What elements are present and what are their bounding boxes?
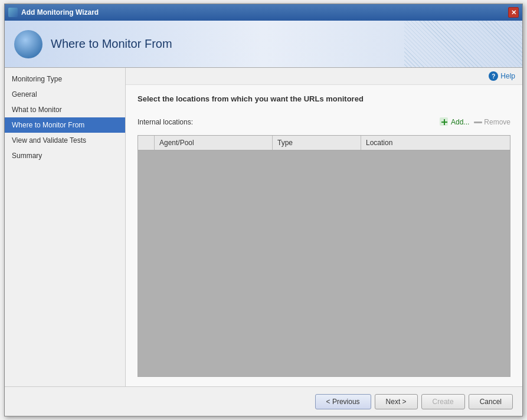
sidebar-item-where-to-monitor[interactable]: Where to Monitor From [5, 117, 125, 133]
table-header-type: Type [273, 136, 361, 150]
table-header: Agent/Pool Type Location [138, 136, 510, 150]
sidebar: Monitoring Type General What to Monitor … [5, 68, 126, 386]
add-button[interactable]: Add... [440, 117, 469, 127]
remove-button[interactable]: Remove [474, 118, 510, 126]
help-label: Help [500, 72, 515, 80]
sidebar-item-monitoring-type[interactable]: Monitoring Type [5, 71, 125, 87]
svg-rect-2 [440, 117, 448, 126]
header-panel: Where to Monitor From [5, 21, 522, 68]
cancel-button[interactable]: Cancel [469, 394, 513, 409]
next-button[interactable]: Next > [375, 394, 418, 409]
header-logo-icon [14, 30, 42, 58]
footer: < Previous Next > Create Cancel [5, 386, 522, 416]
sidebar-item-view-validate[interactable]: View and Validate Tests [5, 133, 125, 148]
add-icon [440, 117, 449, 127]
table-body [138, 150, 510, 376]
content-area: ? Help Select the locations from which y… [126, 68, 522, 386]
window-title: Add Monitoring Wizard [21, 8, 99, 17]
title-bar: Add Monitoring Wizard ✕ [5, 4, 522, 21]
help-icon: ? [489, 71, 498, 81]
internal-locations-header: Internal locations: Add... [138, 117, 510, 127]
remove-label: Remove [484, 118, 510, 126]
remove-icon [474, 122, 482, 123]
previous-button[interactable]: < Previous [315, 394, 371, 409]
top-bar: ? Help [126, 68, 522, 85]
window-icon [8, 8, 18, 17]
internal-locations-label: Internal locations: [138, 118, 193, 126]
create-button[interactable]: Create [421, 394, 465, 409]
header-decoration [404, 21, 522, 68]
table-action-buttons: Add... Remove [440, 117, 510, 127]
title-bar-left: Add Monitoring Wizard [8, 8, 99, 17]
header-title: Where to Monitor From [51, 37, 172, 51]
table-header-location: Location [361, 136, 510, 150]
content-body: Select the locations from which you want… [126, 85, 522, 386]
main-content: Monitoring Type General What to Monitor … [5, 68, 522, 386]
close-button[interactable]: ✕ [508, 7, 519, 18]
sidebar-item-what-to-monitor[interactable]: What to Monitor [5, 102, 125, 117]
main-window: Add Monitoring Wizard ✕ Where to Monitor… [4, 4, 523, 416]
locations-table: Agent/Pool Type Location [138, 135, 510, 377]
help-button[interactable]: ? Help [489, 71, 515, 81]
add-label: Add... [451, 118, 469, 126]
table-header-check [138, 136, 155, 150]
sidebar-item-summary[interactable]: Summary [5, 148, 125, 163]
sidebar-item-general[interactable]: General [5, 87, 125, 102]
instruction-text: Select the locations from which you want… [138, 94, 510, 103]
table-header-agent: Agent/Pool [155, 136, 273, 150]
